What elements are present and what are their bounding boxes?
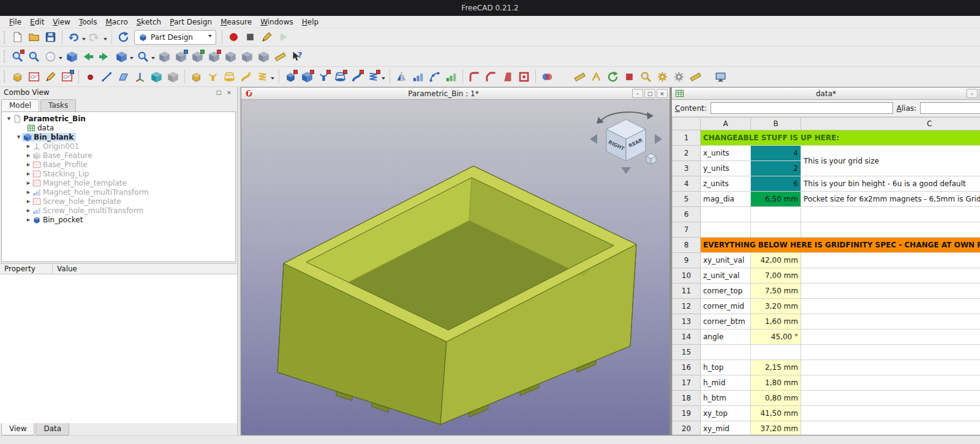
menu-item-help[interactable]: Help — [298, 17, 323, 28]
view-right-button[interactable] — [206, 48, 222, 64]
measure-angular-button[interactable] — [588, 69, 605, 85]
cell-b16[interactable]: 2,15 mm — [751, 360, 801, 375]
menu-item-file[interactable]: File — [5, 17, 26, 28]
view-axonometric-button[interactable] — [156, 48, 173, 64]
minimize-button[interactable]: – — [967, 89, 978, 98]
col-header-a[interactable]: A — [701, 118, 751, 130]
cell-a7[interactable] — [701, 222, 751, 238]
property-table-body[interactable] — [0, 274, 237, 423]
tree-item-bin-blank[interactable]: ▼ Bin_blank — [2, 132, 235, 141]
row-header-7[interactable]: 7 — [673, 222, 701, 238]
row-header-1[interactable]: 1 — [673, 130, 701, 146]
cell-c11[interactable] — [801, 284, 980, 299]
expander-icon[interactable]: ▶ — [25, 217, 32, 222]
corner-header[interactable] — [673, 118, 701, 130]
panel-close-button[interactable]: × — [225, 89, 233, 97]
create-sketch-button[interactable] — [26, 69, 42, 85]
cell-b14[interactable]: 45,00 ° — [751, 329, 801, 345]
revolution-button[interactable] — [205, 69, 221, 85]
datum-plane-button[interactable] — [115, 69, 132, 85]
linear-pattern-button[interactable] — [410, 69, 426, 85]
rotate-arc-icon[interactable] — [601, 112, 649, 121]
cell-a14[interactable]: angle — [701, 329, 751, 345]
tree-item-base-profile[interactable]: ▶ Base_Profile — [2, 160, 235, 169]
combo-view-titlebar[interactable]: Combo View □ × — [0, 87, 237, 98]
macro-record-button[interactable] — [225, 29, 242, 45]
measure-distance-button[interactable] — [272, 48, 288, 64]
cell-b20[interactable]: 37,20 mm — [751, 421, 801, 435]
zoom-button[interactable] — [135, 48, 151, 64]
draw-style-button[interactable] — [42, 48, 59, 64]
row-header-15[interactable]: 15 — [673, 345, 701, 360]
row-header-4[interactable]: 4 — [673, 176, 701, 192]
measure-clear-button[interactable] — [621, 69, 638, 85]
rotate-right-arrow-icon[interactable] — [647, 112, 654, 119]
row-header-20[interactable]: 20 — [673, 421, 701, 435]
cell-b18[interactable]: 0,80 mm — [751, 391, 801, 406]
minimize-button[interactable]: – — [632, 89, 643, 98]
menu-item-edit[interactable]: Edit — [26, 17, 48, 28]
tree-item-data[interactable]: data — [2, 123, 235, 132]
navcube-left-arrow-icon[interactable] — [590, 134, 597, 144]
cell-a6[interactable] — [701, 207, 751, 222]
cell-b11[interactable]: 7,50 mm — [751, 284, 801, 299]
tree-item-magnet-hole-multitransform[interactable]: ▶ Magnet_hole_multiTransform — [2, 187, 235, 197]
cell-b19[interactable]: 41,50 mm — [751, 406, 801, 421]
cell-c12[interactable] — [801, 299, 980, 314]
toolbar-handle[interactable] — [4, 50, 7, 62]
cell-c18[interactable] — [801, 391, 980, 406]
close-button[interactable]: × — [657, 89, 668, 98]
expander-icon[interactable]: ▶ — [25, 190, 32, 195]
navcube-mini-cube-icon[interactable] — [646, 154, 656, 164]
row-header-8[interactable]: 8 — [673, 238, 701, 253]
draft-button[interactable] — [499, 69, 516, 85]
macro-play-button[interactable] — [275, 29, 292, 45]
cell-a16[interactable]: h_top — [701, 360, 751, 375]
persistent-section-cut-button[interactable] — [712, 69, 729, 85]
local-cs-button[interactable] — [132, 69, 148, 85]
view-bottom-button[interactable] — [239, 48, 255, 64]
view-rear-button[interactable] — [222, 48, 239, 64]
row-header-18[interactable]: 18 — [673, 391, 701, 406]
row-header-9[interactable]: 9 — [673, 253, 701, 268]
cell-b2[interactable]: 4 — [751, 146, 801, 161]
datum-line-button[interactable] — [99, 69, 115, 85]
expander-icon[interactable]: ▶ — [25, 181, 32, 186]
row-header-13[interactable]: 13 — [673, 314, 701, 329]
cell-b9[interactable]: 42,00 mm — [751, 253, 801, 268]
boolean-button[interactable] — [539, 69, 556, 85]
menu-item-tools[interactable]: Tools — [75, 17, 102, 28]
expander-icon[interactable]: ▼ — [6, 116, 12, 121]
3d-viewport[interactable]: RIGHT REAR — [241, 100, 669, 435]
tree-item-base-feature[interactable]: ▶ Base_Feature — [2, 151, 235, 160]
involute-gear-button[interactable] — [654, 69, 671, 85]
chamfer-button[interactable] — [483, 69, 499, 85]
undo-dropdown[interactable] — [82, 38, 86, 42]
fit-selection-button[interactable] — [26, 48, 42, 64]
cell-c7[interactable] — [801, 222, 980, 238]
nav-forward-button[interactable] — [97, 48, 113, 64]
menu-item-part-design[interactable]: Part Design — [165, 17, 216, 28]
cell-c19[interactable] — [801, 406, 980, 421]
cell-c13[interactable] — [801, 314, 980, 329]
tree-item-screw-hole-multitransform[interactable]: ▶ Screw_hole_multiTransform — [2, 206, 235, 215]
view-front-button[interactable] — [173, 48, 189, 64]
macro-edit-button[interactable] — [258, 29, 275, 45]
navcube-right-arrow-icon[interactable] — [655, 134, 662, 144]
zoom-dropdown[interactable] — [151, 57, 155, 61]
tab-view[interactable]: View — [1, 423, 34, 435]
shape-binder-button[interactable] — [148, 69, 165, 85]
cell-b10[interactable]: 7,00 mm — [751, 268, 801, 284]
view-left-button[interactable] — [255, 48, 272, 64]
row-header-11[interactable]: 11 — [673, 284, 701, 299]
row-header-16[interactable]: 16 — [673, 360, 701, 375]
row-header-6[interactable]: 6 — [673, 207, 701, 222]
navigation-cube[interactable]: RIGHT REAR — [586, 102, 666, 181]
tab-data[interactable]: Data — [36, 423, 69, 435]
menu-item-macro[interactable]: Macro — [101, 17, 132, 28]
cell-b5[interactable]: 6,50 mm — [751, 192, 801, 207]
redo-dropdown[interactable] — [104, 38, 107, 42]
draw-style-dropdown[interactable] — [59, 57, 62, 61]
cell-c17[interactable] — [801, 375, 980, 391]
additive-pipe-button[interactable] — [238, 69, 254, 85]
